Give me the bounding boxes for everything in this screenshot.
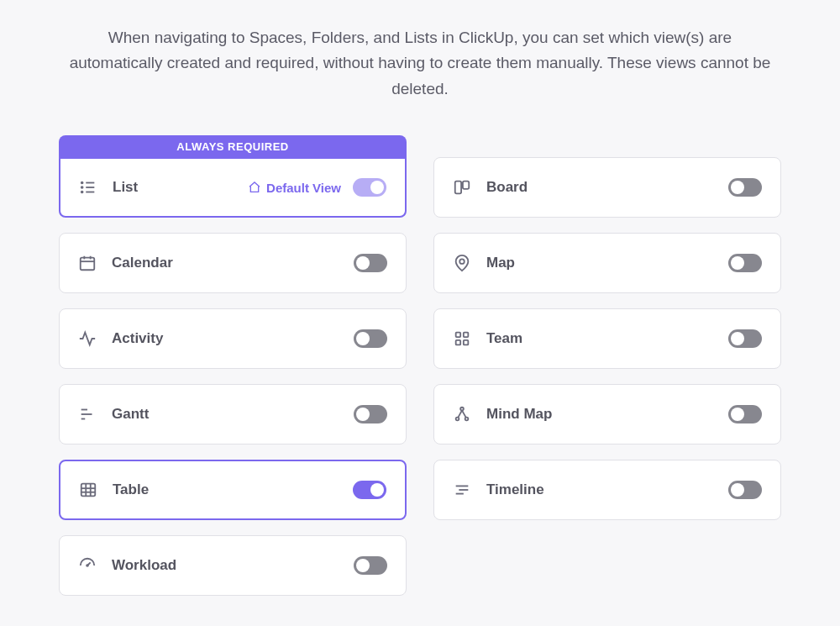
svg-rect-16 (464, 340, 469, 345)
svg-rect-13 (456, 333, 461, 338)
view-card-left: List (79, 178, 138, 197)
view-label: Workload (112, 557, 176, 574)
svg-point-21 (456, 418, 459, 421)
view-card-left: Workload (78, 556, 176, 575)
view-label: Team (486, 330, 522, 347)
toggle-board[interactable] (728, 178, 762, 197)
view-card-board[interactable]: Board (433, 157, 781, 218)
svg-rect-14 (464, 333, 469, 338)
view-card-left: Calendar (78, 254, 173, 272)
svg-line-24 (462, 411, 466, 418)
default-view-badge[interactable]: Default View (248, 181, 341, 195)
toggle-gantt[interactable] (354, 405, 387, 423)
view-card-right: Default View (248, 178, 386, 197)
view-card-gantt[interactable]: Gantt (59, 384, 407, 445)
toggle-activity[interactable] (354, 329, 387, 348)
view-card-left: Team (453, 329, 522, 348)
default-view-label: Default View (266, 181, 341, 195)
toggle-list[interactable] (353, 178, 386, 197)
svg-rect-6 (455, 181, 461, 194)
svg-point-4 (81, 192, 83, 193)
toggle-knob (731, 256, 744, 270)
gantt-icon (78, 405, 97, 423)
toggle-map[interactable] (728, 254, 762, 272)
map-pin-icon (453, 254, 471, 272)
toggle-knob (370, 181, 384, 194)
toggle-calendar[interactable] (354, 254, 387, 272)
view-label: Calendar (112, 255, 173, 271)
svg-rect-15 (456, 340, 461, 345)
view-card-table[interactable]: Table (59, 460, 407, 520)
svg-rect-7 (463, 181, 469, 189)
view-card-left: Timeline (453, 481, 544, 499)
view-card-left: Activity (78, 329, 163, 348)
toggle-knob (356, 332, 370, 345)
mindmap-icon (453, 405, 471, 423)
svg-point-20 (460, 408, 464, 411)
toggle-knob (731, 332, 744, 345)
svg-point-22 (465, 418, 469, 421)
svg-point-12 (459, 260, 465, 265)
toggle-knob (731, 483, 744, 497)
toggle-knob (356, 408, 370, 421)
settings-description: When navigating to Spaces, Folders, and … (59, 25, 781, 102)
view-label: Gantt (112, 406, 149, 423)
required-banner: ALWAYS REQUIRED (59, 135, 407, 158)
activity-icon (78, 329, 97, 348)
toggle-knob (370, 483, 384, 497)
list-icon (79, 178, 97, 197)
workload-icon (78, 556, 97, 575)
svg-rect-25 (81, 484, 96, 497)
toggle-table[interactable] (353, 481, 386, 499)
view-card-mindmap[interactable]: Mind Map (433, 384, 781, 445)
board-icon (453, 178, 471, 197)
view-label: Activity (112, 330, 163, 347)
svg-point-34 (87, 565, 88, 566)
home-icon (248, 181, 261, 194)
toggle-mindmap[interactable] (728, 405, 762, 423)
view-card-left: Gantt (78, 405, 149, 423)
team-icon (453, 329, 471, 348)
view-card-timeline[interactable]: Timeline (433, 460, 781, 520)
view-label: List (113, 179, 138, 196)
table-icon (79, 481, 97, 499)
view-card-calendar[interactable]: Calendar (59, 233, 407, 293)
view-card-left: Table (79, 481, 149, 499)
view-card-board-wrapper: Board (433, 157, 781, 218)
view-card-left: Map (453, 254, 515, 272)
svg-point-0 (81, 182, 83, 184)
view-card-list-wrapper: ALWAYS REQUIRED List Default View (59, 157, 407, 218)
view-card-team[interactable]: Team (433, 308, 781, 369)
view-label: Timeline (486, 481, 544, 498)
toggle-knob (731, 181, 744, 194)
view-card-list[interactable]: List Default View (59, 157, 407, 218)
timeline-icon (453, 481, 471, 499)
toggle-timeline[interactable] (728, 481, 762, 499)
view-card-left: Mind Map (453, 405, 552, 423)
empty-cell (433, 535, 781, 596)
view-card-left: Board (453, 178, 528, 197)
views-grid: ALWAYS REQUIRED List Default View (59, 135, 781, 596)
calendar-icon (78, 254, 97, 272)
toggle-knob (356, 559, 370, 572)
svg-line-23 (458, 411, 462, 418)
toggle-workload[interactable] (354, 556, 387, 575)
view-label: Mind Map (486, 406, 552, 423)
view-card-map[interactable]: Map (433, 233, 781, 293)
toggle-knob (731, 408, 744, 421)
view-label: Map (486, 255, 515, 271)
svg-point-2 (81, 187, 83, 188)
toggle-knob (356, 256, 370, 270)
svg-rect-8 (81, 258, 95, 271)
view-label: Board (486, 179, 528, 196)
view-card-activity[interactable]: Activity (59, 308, 407, 369)
view-label: Table (113, 481, 149, 498)
view-card-workload[interactable]: Workload (59, 535, 407, 596)
toggle-team[interactable] (728, 329, 762, 348)
